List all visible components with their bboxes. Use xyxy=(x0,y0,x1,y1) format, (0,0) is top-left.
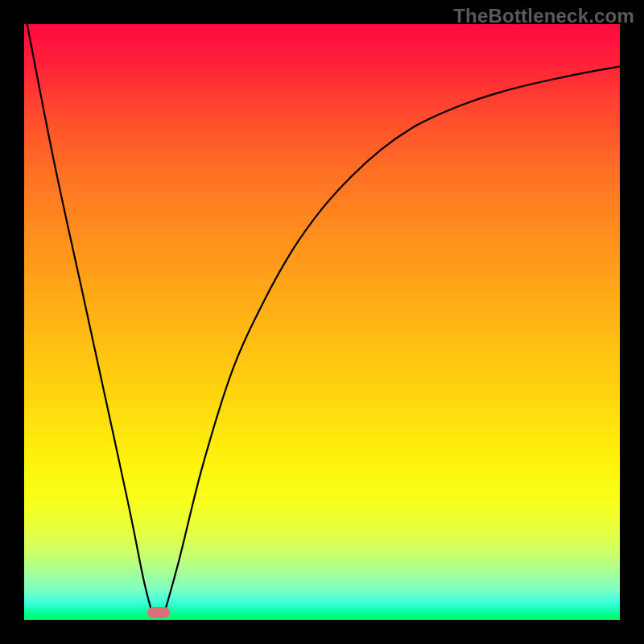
bottleneck-curve xyxy=(24,24,620,620)
curve-right-segment xyxy=(164,67,620,614)
chart-frame: TheBottleneck.com xyxy=(0,0,644,644)
plot-area xyxy=(24,24,620,620)
curve-left-segment xyxy=(27,24,152,614)
optimal-point-marker xyxy=(147,607,170,618)
